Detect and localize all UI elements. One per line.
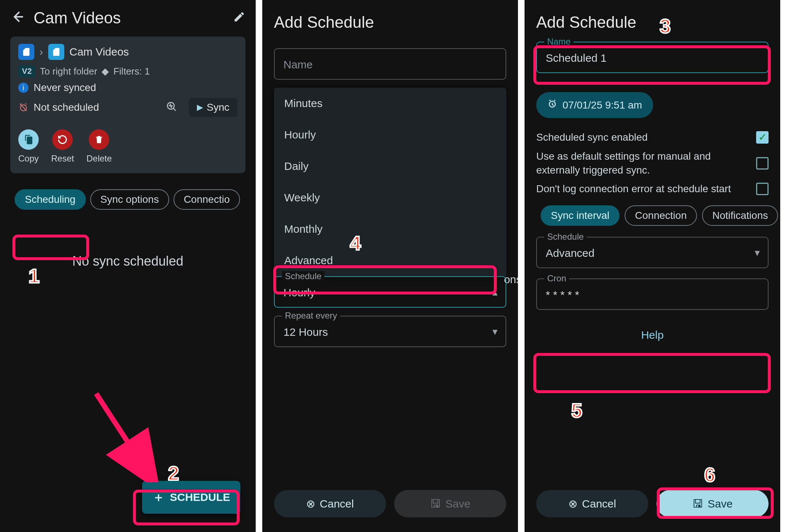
checkbox-checked-icon: ✓: [756, 131, 769, 144]
menu-item-minutes[interactable]: Minutes: [274, 88, 506, 119]
cancel-label: Cancel: [582, 498, 616, 510]
back-icon[interactable]: [10, 10, 25, 27]
toggle-label: Use as default settings for manual and e…: [536, 149, 741, 177]
status-not-scheduled: Not scheduled ▶ Sync: [18, 98, 237, 117]
card-actions: Copy Reset Delete: [18, 129, 237, 164]
empty-state-text: No sync scheduled: [0, 254, 256, 269]
delete-button[interactable]: Delete: [87, 129, 112, 164]
field-value: Hourly: [283, 286, 315, 299]
chevron-down-icon: ▾: [755, 247, 760, 259]
cancel-button[interactable]: ⊗ Cancel: [536, 490, 648, 517]
play-icon: ▶: [197, 103, 203, 112]
page-title: Add Schedule: [525, 0, 780, 40]
chip-connections[interactable]: Connectio: [174, 189, 240, 210]
bullet: ◆: [102, 66, 109, 77]
sync-button[interactable]: ▶ Sync: [189, 98, 237, 117]
reset-button[interactable]: Reset: [51, 129, 74, 164]
save-button-disabled: 🖫 Save: [394, 490, 506, 517]
action-label: Copy: [18, 153, 39, 164]
name-input[interactable]: Name: [274, 48, 506, 80]
field-label: Cron: [544, 273, 569, 284]
header: Cam Videos: [0, 0, 256, 31]
status-never-synced: i Never synced: [18, 82, 237, 94]
status-text: Not scheduled: [34, 102, 99, 113]
name-value: Scheduled 1: [546, 52, 607, 64]
screen-add-schedule-menu: Add Schedule Name Minutes Hourly Daily W…: [262, 0, 518, 532]
chip-notifications[interactable]: Notifications: [702, 205, 778, 226]
cancel-button[interactable]: ⊗ Cancel: [274, 490, 386, 517]
chip-sync-options[interactable]: Sync options: [90, 189, 169, 210]
sync-button-label: Sync: [207, 102, 229, 113]
copy-icon: [18, 129, 39, 150]
datetime-button[interactable]: 07/01/25 9:51 am: [536, 92, 653, 118]
help-link[interactable]: Help: [525, 329, 780, 341]
version-badge: V2: [18, 65, 35, 77]
checkbox-icon: [756, 157, 769, 170]
page-title: Cam Videos: [34, 9, 224, 27]
datetime-value: 07/01/25 9:51 am: [563, 99, 642, 111]
footer-actions: ⊗ Cancel 🖫 Save: [525, 480, 780, 532]
repeat-select[interactable]: Repeat every 12 Hours ▾: [274, 316, 506, 347]
tab-chips: Scheduling Sync options Connectio: [0, 178, 256, 210]
breadcrumb[interactable]: › Cam Videos: [18, 44, 237, 60]
menu-item-monthly[interactable]: Monthly: [274, 213, 506, 245]
cron-value: * * * * *: [546, 289, 579, 301]
close-circle-icon: ⊗: [568, 497, 578, 510]
edit-icon[interactable]: [233, 11, 245, 26]
field-value: 12 Hours: [283, 326, 328, 338]
refresh-icon: [52, 129, 73, 150]
toggle-no-log-error[interactable]: Don't log connection error at schedule s…: [536, 182, 769, 196]
field-label: Name: [544, 37, 573, 47]
schedule-select[interactable]: Schedule Hourly ▴: [274, 276, 506, 308]
menu-item-weekly[interactable]: Weekly: [274, 182, 506, 213]
cron-input[interactable]: Cron * * * * *: [536, 278, 769, 310]
menu-item-hourly[interactable]: Hourly: [274, 119, 506, 151]
annotation-number: 5: [571, 399, 582, 422]
status-text: Never synced: [34, 82, 96, 94]
trash-icon: [89, 129, 109, 150]
footer-actions: ⊗ Cancel 🖫 Save: [262, 480, 518, 532]
copy-button[interactable]: Copy: [18, 129, 39, 164]
name-input[interactable]: Name Scheduled 1: [536, 42, 769, 73]
chip-sync-interval[interactable]: Sync interval: [541, 205, 620, 226]
field-label: Repeat every: [282, 311, 340, 321]
chevron-down-icon: ▾: [492, 326, 498, 338]
toggle-label: Don't log connection error at schedule s…: [536, 182, 731, 196]
activity-icon[interactable]: [165, 100, 177, 115]
filters-text: Filters: 1: [113, 66, 150, 77]
field-value: Advanced: [546, 247, 594, 259]
close-circle-icon: ⊗: [306, 497, 315, 510]
name-placeholder: Name: [283, 58, 313, 71]
schedule-subtabs: Sync interval Connection Notifications: [536, 205, 780, 226]
breadcrumb-target: Cam Videos: [69, 46, 129, 58]
save-label: Save: [708, 498, 732, 510]
schedule-select[interactable]: Schedule Advanced ▾: [536, 237, 769, 268]
add-schedule-fab[interactable]: ＋ SCHEDULE: [142, 481, 240, 514]
save-button[interactable]: 🖫 Save: [656, 490, 769, 517]
sync-config-line: V2 To right folder ◆ Filters: 1: [18, 65, 237, 77]
sd-card-icon: [18, 44, 34, 60]
svg-line-2: [96, 394, 144, 466]
save-label: Save: [445, 498, 470, 510]
save-icon: 🖫: [692, 498, 703, 510]
field-label: Schedule: [544, 232, 587, 242]
sync-summary-card: › Cam Videos V2 To right folder ◆ Filter…: [10, 37, 245, 173]
toggle-default-settings[interactable]: Use as default settings for manual and e…: [536, 149, 769, 177]
annotation-arrow: [80, 387, 175, 482]
chip-connection[interactable]: Connection: [625, 205, 697, 226]
page-title: Add Schedule: [262, 0, 518, 40]
checkbox-icon: [756, 183, 769, 195]
toggle-scheduled-enabled[interactable]: Scheduled sync enabled ✓: [536, 130, 769, 144]
fab-label: SCHEDULE: [170, 491, 230, 503]
direction-text: To right folder: [40, 66, 98, 77]
plus-icon: ＋: [152, 489, 165, 506]
toggle-label: Scheduled sync enabled: [536, 130, 648, 144]
cancel-label: Cancel: [320, 498, 354, 510]
save-icon: 🖫: [430, 498, 441, 510]
action-label: Reset: [51, 153, 74, 164]
info-icon: i: [18, 83, 28, 93]
screen-add-schedule-advanced: Add Schedule Name Scheduled 1 07/01/25 9…: [525, 0, 780, 532]
chip-scheduling[interactable]: Scheduling: [15, 189, 86, 210]
sd-card-icon: [48, 44, 64, 60]
menu-item-daily[interactable]: Daily: [274, 151, 506, 182]
